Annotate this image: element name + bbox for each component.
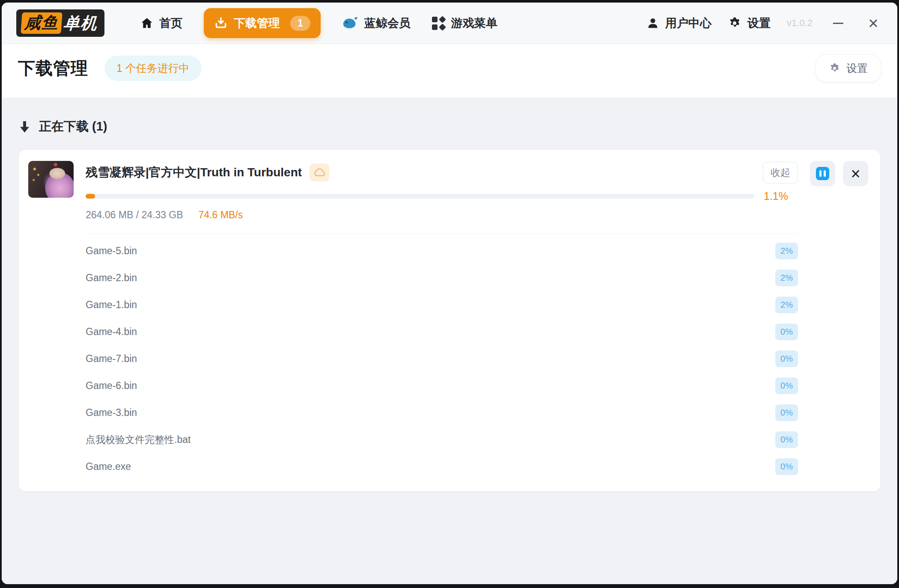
nav-item-label: 下载管理 <box>234 15 280 31</box>
logo-text-primary: 咸鱼 <box>21 12 62 34</box>
download-task-card: 残雪凝辉录|官方中文|Truth in Turbulent 收起 1.1% <box>19 150 880 491</box>
progress-row: 1.1% <box>86 190 798 202</box>
cloud-icon <box>314 168 325 177</box>
file-name: Game.exe <box>86 461 131 472</box>
progress-percent: 1.1% <box>764 190 798 202</box>
nav-item-downloads[interactable]: 下载管理 1 <box>204 8 321 38</box>
nav-item-label: 用户中心 <box>665 15 711 31</box>
nav-item-game-menu[interactable]: 游戏菜单 <box>432 15 497 31</box>
task-actions: × <box>810 161 868 186</box>
nav-item-label: 首页 <box>159 15 182 31</box>
app-logo: 咸鱼 单机 <box>16 9 104 37</box>
cloud-source-chip[interactable] <box>310 163 329 181</box>
file-progress-badge: 2% <box>775 243 798 259</box>
pause-icon <box>816 167 829 180</box>
file-progress-badge: 0% <box>775 377 798 394</box>
minimize-button[interactable] <box>829 14 848 33</box>
main-content: 正在下载 (1) 残雪凝辉录|官方中文|Truth in Turbulent 收… <box>2 98 897 584</box>
downloading-section-header: 正在下载 (1) <box>19 118 880 135</box>
file-row[interactable]: Game-5.bin 2% <box>86 238 798 264</box>
file-row[interactable]: Game-7.bin 0% <box>86 345 798 372</box>
file-row[interactable]: Game.exe 0% <box>86 453 798 480</box>
download-icon <box>214 16 228 30</box>
active-task-badge: 1 个任务进行中 <box>104 56 202 81</box>
file-list: Game-5.bin 2% Game-2.bin 2% Game-1.bin 2… <box>86 238 798 480</box>
file-name: Game-6.bin <box>86 380 137 392</box>
file-progress-badge: 0% <box>775 350 798 367</box>
file-row[interactable]: 点我校验文件完整性.bat 0% <box>86 426 798 453</box>
file-name: 点我校验文件完整性.bat <box>86 433 191 446</box>
progress-fill <box>86 194 95 199</box>
header-settings-label: 设置 <box>846 61 868 75</box>
downloading-section-title: 正在下载 (1) <box>39 118 107 135</box>
navbar: 咸鱼 单机 首页 下载管理 1 <box>2 3 897 44</box>
download-details: 残雪凝辉录|官方中文|Truth in Turbulent 收起 1.1% <box>86 161 798 480</box>
file-progress-badge: 2% <box>775 297 798 313</box>
file-row[interactable]: Game-1.bin 2% <box>86 291 798 318</box>
pause-button[interactable] <box>810 161 835 186</box>
header-settings-button[interactable]: 设置 <box>816 54 881 82</box>
arrow-down-icon <box>19 121 30 133</box>
file-row[interactable]: Game-3.bin 0% <box>86 399 798 426</box>
nav-item-settings[interactable]: 设置 <box>728 15 771 31</box>
file-row[interactable]: Game-2.bin 2% <box>86 264 798 291</box>
nav-right-group: 用户中心 设置 v1.0.2 × <box>646 14 883 33</box>
nav-item-user-center[interactable]: 用户中心 <box>646 15 711 31</box>
download-speed: 74.6 MB/s <box>199 209 243 221</box>
user-icon <box>646 17 659 30</box>
page-header: 下载管理 1 个任务进行中 设置 <box>2 44 897 98</box>
page-title: 下载管理 <box>18 56 88 80</box>
nav-item-home[interactable]: 首页 <box>140 15 182 31</box>
progress-bar <box>86 194 754 199</box>
download-size: 264.06 MB / 24.33 GB <box>86 209 183 221</box>
nav-menu: 首页 下载管理 1 蓝鲸会员 <box>140 8 497 38</box>
file-progress-badge: 0% <box>775 404 798 421</box>
logo-text-secondary: 单机 <box>63 12 100 34</box>
file-row[interactable]: Game-6.bin 0% <box>86 372 798 399</box>
file-name: Game-5.bin <box>86 245 137 257</box>
file-name: Game-2.bin <box>86 272 137 284</box>
file-progress-badge: 0% <box>775 458 798 475</box>
gear-icon <box>829 62 840 74</box>
download-count-badge: 1 <box>290 16 310 31</box>
minimize-icon <box>833 23 843 24</box>
whale-icon <box>342 15 358 31</box>
game-menu-icon <box>432 17 445 30</box>
file-list-divider <box>86 234 798 234</box>
game-thumbnail[interactable] <box>28 161 74 198</box>
nav-item-label: 游戏菜单 <box>451 15 497 31</box>
file-progress-badge: 0% <box>775 431 798 448</box>
app-version: v1.0.2 <box>787 18 813 29</box>
nav-item-label: 蓝鲸会员 <box>364 15 411 31</box>
download-title: 残雪凝辉录|官方中文|Truth in Turbulent <box>86 164 302 181</box>
nav-item-label: 设置 <box>747 15 771 31</box>
gear-icon <box>728 16 741 30</box>
file-row[interactable]: Game-4.bin 0% <box>86 318 798 345</box>
download-stats: 264.06 MB / 24.33 GB 74.6 MB/s <box>86 209 798 221</box>
close-window-button[interactable]: × <box>864 14 883 33</box>
file-name: Game-1.bin <box>86 299 137 311</box>
home-icon <box>140 17 153 30</box>
file-progress-badge: 2% <box>775 270 798 286</box>
close-icon: × <box>851 166 860 182</box>
nav-item-membership[interactable]: 蓝鲸会员 <box>342 15 411 31</box>
app-window: 咸鱼 单机 首页 下载管理 1 <box>2 3 897 584</box>
file-progress-badge: 0% <box>775 324 798 340</box>
collapse-button[interactable]: 收起 <box>763 162 798 184</box>
cancel-task-button[interactable]: × <box>843 161 868 186</box>
close-icon: × <box>868 15 878 32</box>
file-name: Game-7.bin <box>86 353 137 365</box>
file-name: Game-3.bin <box>86 407 137 419</box>
file-name: Game-4.bin <box>86 326 137 338</box>
download-title-row: 残雪凝辉录|官方中文|Truth in Turbulent 收起 <box>86 161 798 184</box>
